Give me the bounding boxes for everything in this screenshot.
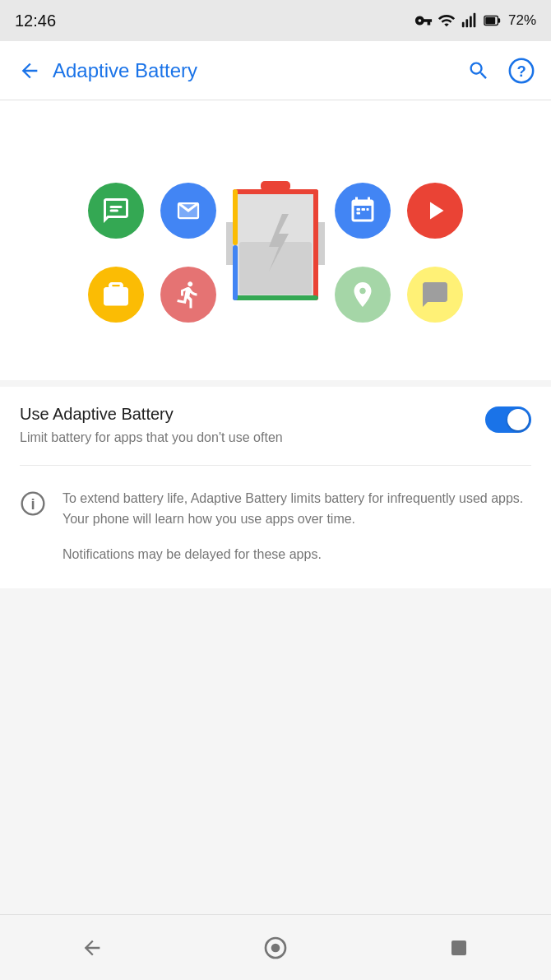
battery-illustration — [226, 174, 325, 306]
status-bar: 12:46 72% — [0, 0, 551, 41]
info-icon: i — [20, 490, 46, 517]
back-arrow-icon — [18, 59, 41, 82]
help-circle-icon: ? — [507, 57, 535, 85]
nav-back-icon — [81, 936, 104, 959]
svg-rect-13 — [233, 189, 238, 245]
help-button[interactable]: ? — [502, 51, 541, 91]
search-icon — [467, 59, 490, 82]
svg-text:?: ? — [516, 63, 526, 80]
nav-back-button[interactable] — [67, 923, 117, 973]
messages-icon — [101, 196, 131, 225]
illustration-container — [53, 133, 498, 347]
svg-rect-11 — [313, 189, 318, 300]
status-time: 12:46 — [15, 12, 56, 30]
app-icon-chat — [407, 267, 463, 323]
status-icons: 72% — [414, 12, 536, 30]
nav-recents-button[interactable] — [434, 923, 484, 973]
app-icon-fitness — [160, 267, 216, 323]
app-icon-messages — [88, 183, 144, 239]
svg-text:i: i — [30, 495, 35, 513]
app-icon-work — [88, 267, 144, 323]
setting-text: Use Adaptive Battery Limit battery for a… — [20, 405, 472, 447]
nav-recents-icon — [449, 938, 469, 958]
illustration-area — [0, 100, 551, 380]
svg-rect-20 — [357, 208, 361, 211]
gmail-icon — [174, 196, 203, 225]
info-paragraph-2: Notifications may be delayed for these a… — [63, 545, 531, 565]
info-paragraph-1: To extend battery life, Adaptive Battery… — [63, 489, 531, 530]
svg-rect-15 — [261, 181, 290, 191]
svg-point-27 — [271, 943, 280, 952]
navigation-bar — [0, 914, 551, 980]
app-icon-calendar — [335, 183, 391, 239]
info-section: i To extend battery life, Adaptive Batte… — [0, 466, 551, 588]
info-circle-icon: i — [20, 490, 46, 517]
svg-rect-5 — [498, 18, 500, 23]
svg-rect-12 — [233, 295, 318, 300]
location-icon — [348, 280, 377, 309]
svg-rect-14 — [233, 245, 238, 300]
signal-icon — [461, 12, 479, 30]
settings-section: Use Adaptive Battery Limit battery for a… — [0, 387, 551, 466]
svg-rect-2 — [470, 16, 472, 28]
app-icon-maps — [335, 267, 391, 323]
key-icon — [414, 12, 433, 30]
nav-home-button[interactable] — [251, 923, 300, 973]
app-bar: Adaptive Battery ? — [0, 41, 551, 100]
svg-rect-0 — [462, 22, 465, 27]
play-icon — [420, 196, 450, 225]
svg-rect-22 — [367, 208, 369, 211]
battery-status-icon — [484, 12, 502, 30]
nav-home-icon — [262, 935, 289, 961]
app-icon-gmail — [160, 183, 216, 239]
svg-rect-21 — [362, 208, 366, 211]
svg-rect-23 — [357, 212, 361, 215]
toggle-knob — [507, 409, 529, 430]
app-icon-video — [407, 183, 463, 239]
setting-description: Limit battery for apps that you don't us… — [20, 429, 472, 447]
app-bar-actions: ? — [459, 51, 541, 91]
info-text-container: To extend battery life, Adaptive Battery… — [63, 489, 531, 564]
svg-rect-16 — [239, 242, 312, 295]
wifi-icon — [438, 12, 456, 30]
svg-rect-3 — [474, 13, 476, 27]
svg-rect-6 — [485, 17, 495, 24]
run-icon — [174, 280, 203, 309]
svg-rect-28 — [451, 941, 466, 955]
svg-rect-1 — [465, 19, 468, 27]
chat-icon — [420, 280, 450, 309]
svg-rect-18 — [110, 210, 119, 212]
adaptive-battery-setting-row: Use Adaptive Battery Limit battery for a… — [20, 387, 531, 466]
search-button[interactable] — [459, 51, 498, 91]
svg-rect-17 — [110, 206, 123, 208]
back-button[interactable] — [10, 51, 49, 91]
battery-percentage: 72% — [508, 12, 536, 29]
briefcase-icon — [101, 280, 131, 309]
setting-title: Use Adaptive Battery — [20, 405, 472, 424]
calendar-icon — [348, 196, 377, 225]
page-title: Adaptive Battery — [53, 59, 459, 82]
adaptive-battery-toggle[interactable] — [485, 406, 531, 433]
